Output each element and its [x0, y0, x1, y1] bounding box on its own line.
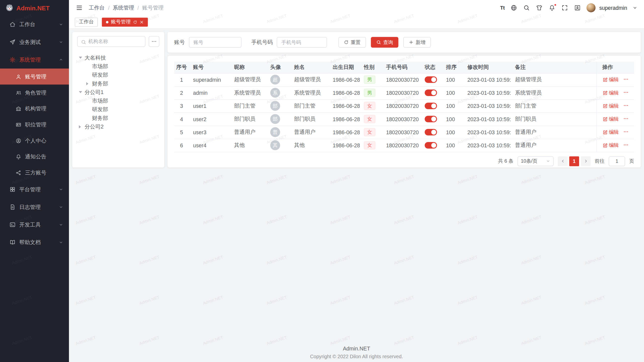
sidebar-item-0[interactable]: 工作台 [0, 16, 69, 33]
goto-page-input[interactable] [609, 156, 625, 166]
cell-seq: 4 [174, 112, 189, 125]
page-size-value: 10条/页 [521, 158, 537, 165]
add-button[interactable]: 新增 [403, 37, 431, 48]
sidebar-subitem-2-3[interactable]: 职位管理 [0, 117, 69, 133]
breadcrumb-item-system[interactable]: 系统管理 [113, 4, 134, 11]
tree-node-3[interactable]: 财务部 [77, 79, 159, 88]
tree-caret-right-icon[interactable] [79, 125, 85, 128]
row-more-button[interactable] [623, 142, 629, 149]
menu-collapse-icon[interactable] [75, 4, 83, 11]
edit-button[interactable]: 编辑 [602, 76, 619, 83]
cell-birth-date: 1986-06-28 [329, 139, 360, 152]
column-header-5: 出生日期 [329, 62, 360, 73]
reset-button-label: 重置 [351, 39, 360, 46]
breadcrumb-item-workbench[interactable]: 工作台 [89, 4, 105, 11]
tree-more-button[interactable] [149, 36, 159, 47]
sidebar-item-4[interactable]: 日志管理 [0, 198, 69, 216]
tree-node-1[interactable]: 市场部 [77, 62, 159, 71]
tree-node-2[interactable]: 研发部 [77, 71, 159, 79]
sidebar-item-2[interactable]: 系统管理 [0, 51, 69, 68]
cell-birth-date: 1986-06-28 [329, 126, 360, 139]
edit-button[interactable]: 编辑 [602, 116, 619, 123]
edit-button[interactable]: 编辑 [602, 89, 619, 96]
sidebar-subitem-2-0[interactable]: 账号管理 [0, 69, 69, 85]
cell-avatar-wrap: 部 [266, 99, 290, 112]
cell-operation: 编辑 [596, 126, 634, 139]
tree-node-5[interactable]: 市场部 [77, 97, 159, 105]
tab-1[interactable]: 账号管理 [102, 17, 148, 26]
theme-icon[interactable] [536, 4, 543, 11]
status-toggle[interactable] [425, 129, 437, 135]
status-toggle[interactable] [425, 116, 437, 122]
sidebar-subitem-2-5[interactable]: 通知公告 [0, 149, 69, 165]
row-more-button[interactable] [623, 129, 629, 135]
breadcrumb-item-current: 账号管理 [142, 4, 164, 11]
org-search-input[interactable] [88, 38, 142, 44]
row-more-button[interactable] [623, 116, 629, 122]
row-more-button[interactable] [623, 76, 629, 83]
fullscreen-icon[interactable] [561, 4, 568, 11]
language-icon[interactable] [510, 4, 517, 11]
tree-node-7[interactable]: 财务部 [77, 114, 159, 122]
notification-bell-icon[interactable] [548, 4, 556, 11]
cell-phone: 18020030720 [382, 99, 420, 112]
phone-input[interactable] [277, 37, 327, 48]
cell-sort: 100 [442, 99, 463, 112]
tree-caret-down-icon[interactable] [79, 91, 85, 93]
cell-remark: 部门主管 [511, 99, 596, 112]
app-logo[interactable]: Admin.NET [0, 0, 69, 16]
tab-0[interactable]: 工作台 [75, 17, 98, 26]
search-button[interactable]: 查询 [371, 37, 398, 48]
cell-operation: 编辑 [596, 112, 634, 125]
tab-label: 账号管理 [111, 18, 131, 25]
tree-node-label: 研发部 [92, 106, 108, 113]
row-more-button[interactable] [623, 103, 629, 109]
cell-status [421, 112, 442, 125]
status-toggle[interactable] [425, 76, 437, 83]
sidebar-item-6[interactable]: 帮助文档 [0, 234, 69, 251]
tree-node-8[interactable]: 分公司2 [77, 122, 159, 131]
edit-button[interactable]: 编辑 [602, 102, 619, 109]
sidebar-item-5[interactable]: 开发工具 [0, 216, 69, 234]
status-toggle[interactable] [425, 89, 437, 96]
next-page-button[interactable] [581, 156, 591, 166]
edit-button[interactable]: 编辑 [602, 129, 619, 136]
help-icon [10, 239, 16, 245]
sidebar-item-1[interactable]: 业务测试 [0, 33, 69, 51]
tree-node-6[interactable]: 研发部 [77, 105, 159, 114]
sidebar-subitem-2-1[interactable]: 角色管理 [0, 84, 69, 101]
close-icon[interactable] [140, 20, 144, 24]
page-size-select[interactable]: 10条/页 [517, 156, 554, 166]
status-toggle[interactable] [425, 103, 437, 109]
chevron-down-icon [59, 187, 63, 192]
cell-remark: 部门职员 [511, 112, 596, 125]
chevron-down-icon [632, 5, 637, 10]
sidebar-subitem-2-2[interactable]: 机构管理 [0, 101, 69, 117]
reset-button[interactable]: 重置 [338, 37, 366, 48]
page-number-button[interactable]: 1 [569, 156, 579, 166]
tree-caret-right-icon[interactable] [86, 82, 92, 85]
sidebar-subitem-2-4[interactable]: 个人中心 [0, 132, 69, 149]
tree-node-0[interactable]: 大名科技 [77, 53, 159, 62]
account-input[interactable] [189, 37, 242, 48]
user-center-icon[interactable] [574, 4, 581, 11]
row-more-button[interactable] [623, 89, 629, 96]
edit-button[interactable]: 编辑 [602, 142, 619, 149]
sidebar-subitem-label: 职位管理 [25, 121, 63, 128]
prev-page-button[interactable] [558, 156, 568, 166]
edit-icon [602, 129, 608, 135]
refresh-icon[interactable] [133, 20, 137, 24]
cell-sort: 100 [442, 112, 463, 125]
tree-caret-down-icon[interactable] [79, 57, 85, 59]
row-avatar: 其 [270, 140, 280, 150]
tree-node-4[interactable]: 分公司1 [77, 88, 159, 96]
font-size-icon[interactable]: Tt [500, 4, 505, 11]
search-icon[interactable] [523, 4, 530, 11]
sidebar-item-3[interactable]: 平台管理 [0, 180, 69, 198]
user-avatar[interactable] [587, 3, 596, 12]
sidebar-subitem-2-6[interactable]: 三方账号 [0, 165, 69, 181]
gender-badge: 男 [364, 75, 376, 84]
status-toggle[interactable] [425, 142, 437, 149]
username[interactable]: superadmin [599, 5, 627, 11]
cell-modified-time: 2023-01-03 10:59:44 [463, 112, 511, 125]
